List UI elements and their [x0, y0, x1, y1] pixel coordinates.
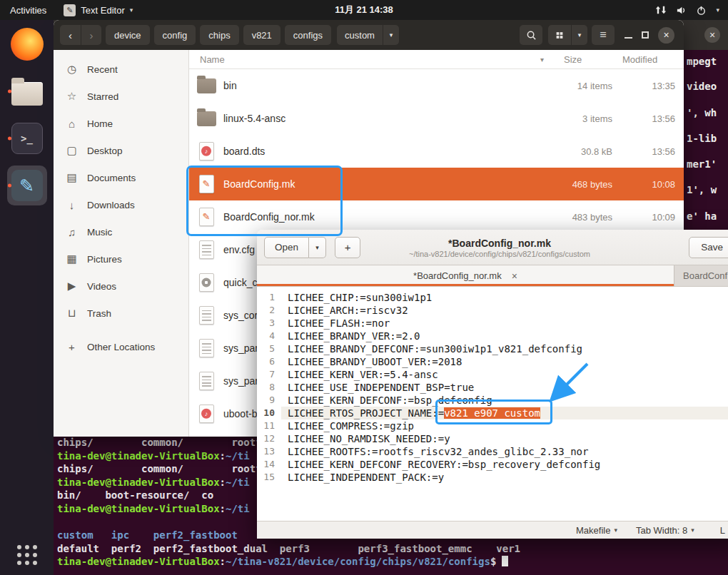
firefox-icon [11, 28, 44, 61]
dock-item-firefox[interactable] [7, 24, 47, 64]
breadcrumb-configs[interactable]: configs [285, 25, 331, 45]
sidebar-item-recent[interactable]: ◷Recent [54, 56, 188, 83]
file-row[interactable]: BoardConfig_nor.mk483 bytes10:09 [189, 200, 684, 233]
chevron-down-icon[interactable]: ▾ [383, 25, 399, 45]
trash-icon: ⊔ [66, 307, 78, 320]
file-row[interactable]: board.dts30.8 kB13:56 [189, 135, 684, 168]
tab-width-selector[interactable]: Tab Width: 8▾ [636, 525, 694, 536]
column-name[interactable]: Name▾ [189, 54, 550, 65]
selected-text: v821_e907_custom [444, 407, 540, 419]
breadcrumb-config[interactable]: config [154, 25, 196, 45]
text-editor-icon: ✎ [11, 170, 43, 201]
sidebar-item-starred[interactable]: ☆Starred [54, 83, 188, 110]
network-icon [655, 5, 667, 15]
sidebar-item-downloads[interactable]: ↓Downloads [54, 191, 188, 218]
code-line: 5LICHEE_BRANDY_DEFCONF:=sun300iw1p1_v821… [257, 342, 728, 355]
back-button[interactable]: ‹ [60, 25, 81, 45]
tab-boardconfig-nor[interactable]: *BoardConfig_nor.mk× [257, 265, 674, 286]
tab-boardconfig[interactable]: BoardConf [674, 265, 728, 286]
terminal-text-fragment: mpegt [687, 56, 717, 67]
grid-view-button[interactable] [548, 25, 571, 45]
file-row[interactable]: bin14 items13:35 [189, 69, 684, 102]
folder-icon [197, 78, 216, 93]
chevron-down-icon: ▾ [691, 526, 694, 534]
files-icon [11, 82, 43, 106]
forward-button[interactable]: › [81, 25, 101, 45]
view-options-chevron-icon[interactable]: ▾ [571, 25, 587, 45]
sidebar-item-videos[interactable]: ▶Videos [54, 273, 188, 300]
editor-tabbar: *BoardConfig_nor.mk× BoardConf [257, 265, 728, 287]
sidebar-item-desktop[interactable]: ▢Desktop [54, 137, 188, 164]
text-file-icon [199, 306, 214, 325]
terminal-icon: >_ [11, 123, 43, 154]
code-line: 8LICHEE_USE_INDEPENDENT_BSP=true [257, 381, 728, 394]
document-path: ~/tina-v821/device/config/chips/v821/con… [409, 249, 590, 258]
text-file-icon [199, 240, 214, 259]
clock[interactable]: 11月 21 14:38 [335, 4, 393, 16]
text-file-icon [199, 372, 214, 390]
column-header: Name▾ Size Modified [189, 50, 684, 69]
maximize-icon[interactable] [642, 31, 649, 39]
sidebar-item-trash[interactable]: ⊔Trash [54, 300, 188, 327]
close-icon[interactable]: × [658, 27, 674, 44]
menu-icon[interactable]: ≡ [592, 25, 615, 45]
sidebar-item-home[interactable]: ⌂Home [54, 110, 188, 137]
terminal-text-fragment: video [687, 81, 717, 92]
sidebar-item-music[interactable]: ♫Music [54, 218, 188, 245]
videos-icon: ▶ [66, 280, 78, 292]
sidebar-item-documents[interactable]: ▤Documents [54, 164, 188, 191]
code-line: 6LICHEE_BRANDY_UBOOT_VER:=2018 [257, 355, 728, 368]
open-chevron-icon[interactable]: ▾ [309, 237, 326, 258]
breadcrumb-chips[interactable]: chips [200, 25, 238, 45]
code-line: 4LICHEE_BRANDY_VER:=2.0 [257, 330, 728, 342]
tab-close-icon[interactable]: × [512, 270, 517, 282]
breadcrumb-device[interactable]: device [106, 25, 150, 45]
dock-item-text-editor[interactable]: ✎ [7, 166, 47, 205]
close-icon[interactable]: × [704, 27, 720, 43]
pictures-icon: ▦ [66, 253, 78, 265]
sidebar-item-pictures[interactable]: ▦Pictures [54, 245, 188, 273]
text-editor-window: Open ▾ + *BoardConfig_nor.mk ~/tina-v821… [257, 230, 728, 539]
sort-chevron-icon: ▾ [540, 56, 550, 63]
code-line: 7LICHEE_KERN_VER:=5.4-ansc [257, 368, 728, 381]
code-line: 2LICHEE_ARCH:=riscv32 [257, 304, 728, 317]
running-indicator [8, 90, 11, 93]
language-selector[interactable]: Makefile▾ [576, 525, 617, 536]
topbar: Activities ✎ Text Editor ▾ 11月 21 14:38 … [0, 0, 728, 20]
column-size[interactable]: Size [550, 54, 612, 65]
plus-icon: + [66, 341, 78, 353]
code-editor-area[interactable]: 1LICHEE_CHIP:=sun300iw1p1 2LICHEE_ARCH:=… [257, 287, 728, 521]
show-applications-button[interactable] [17, 545, 37, 565]
editor-statusbar: Makefile▾ Tab Width: 8▾ L [257, 521, 728, 539]
new-tab-button[interactable]: + [335, 237, 360, 258]
breadcrumb-custom[interactable]: custom [337, 25, 383, 45]
search-button[interactable] [520, 25, 542, 45]
dock: >_ ✎ [0, 20, 54, 575]
dock-item-files[interactable] [7, 71, 47, 111]
code-line: 13LICHEE_ROOTFS:=rootfs_riscv32_andes_gl… [257, 445, 728, 458]
code-line: 9LICHEE_KERN_DEFCONF:=bsp_defconfig [257, 394, 728, 407]
dock-item-terminal[interactable]: >_ [7, 118, 47, 158]
script-file-icon [199, 175, 214, 193]
star-icon: ☆ [66, 90, 78, 103]
sidebar-item-other-locations[interactable]: +Other Locations [54, 333, 188, 360]
system-tray[interactable]: ▾ [655, 5, 728, 16]
document-title: *BoardConfig_nor.mk [409, 237, 590, 248]
home-icon: ⌂ [66, 118, 78, 130]
activities-button[interactable]: Activities [0, 0, 56, 20]
text-file-icon [199, 339, 214, 357]
code-line-current: 10LICHEE_RTOS_PROJECT_NAME:=v821_e907_cu… [257, 407, 728, 419]
app-menu[interactable]: ✎ Text Editor ▾ [56, 0, 140, 20]
column-modified[interactable]: Modified [612, 54, 684, 65]
chevron-down-icon: ▾ [716, 6, 719, 14]
file-row-selected[interactable]: BoardConfig.mk468 bytes10:08 [189, 168, 684, 200]
breadcrumb-v821[interactable]: v821 [243, 25, 280, 45]
music-icon: ♫ [66, 226, 78, 238]
desktop: × mpegt video ', wh 1-lib mer1' 1', w e'… [0, 0, 728, 575]
save-button[interactable]: Save [689, 237, 728, 258]
open-button[interactable]: Open [264, 237, 309, 258]
folder-icon [197, 111, 216, 126]
terminal-text-fragment: ', wh [687, 107, 717, 118]
minimize-icon[interactable] [625, 32, 632, 39]
file-row[interactable]: linux-5.4-ansc3 items13:56 [189, 102, 684, 135]
